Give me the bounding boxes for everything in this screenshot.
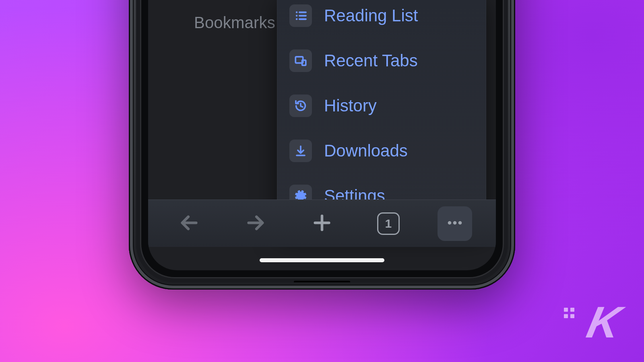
arrow-right-icon (245, 212, 266, 235)
plus-icon (312, 212, 332, 235)
svg-point-2 (296, 15, 298, 17)
menu-item-label: Recent Tabs (324, 51, 418, 70)
arrow-left-icon (179, 212, 200, 235)
reading-list-icon (289, 4, 312, 27)
svg-point-0 (296, 11, 298, 13)
menu-item-label: Reading List (324, 6, 418, 25)
tab-count-badge: 1 (377, 212, 400, 235)
phone-frame-inner: Bookmarks Read Reading List Recent Tabs (136, 0, 508, 282)
menu-item-label: Downloads (324, 141, 408, 160)
tab-switcher-button[interactable]: 1 (371, 206, 406, 241)
menu-item-history[interactable]: History (277, 83, 486, 128)
watermark: K (564, 304, 620, 340)
downloads-icon (289, 140, 312, 162)
menu-item-reading-list[interactable]: Reading List (277, 0, 486, 38)
back-button[interactable] (172, 206, 206, 241)
svg-point-14 (448, 221, 451, 224)
watermark-letter: K (584, 304, 623, 340)
overflow-menu-button[interactable] (438, 206, 472, 241)
svg-point-4 (296, 18, 298, 20)
svg-point-16 (458, 221, 462, 224)
svg-rect-7 (302, 60, 306, 66)
recent-tabs-icon (289, 49, 312, 72)
watermark-dots-icon (564, 308, 582, 326)
phone-device: Bookmarks Read Reading List Recent Tabs (129, 0, 515, 290)
phone-screen: Bookmarks Read Reading List Recent Tabs (148, 0, 496, 270)
home-indicator[interactable] (260, 258, 384, 262)
tab-bookmarks-label: Bookmarks (194, 14, 275, 32)
menu-item-downloads[interactable]: Downloads (277, 128, 486, 173)
forward-button[interactable] (238, 206, 273, 241)
history-icon (289, 95, 312, 117)
menu-item-recent-tabs[interactable]: Recent Tabs (277, 38, 486, 83)
menu-item-label: History (324, 96, 377, 115)
mic-grille (294, 281, 350, 282)
overflow-menu: Reading List Recent Tabs History (277, 0, 486, 228)
svg-point-15 (453, 221, 456, 224)
bottom-toolbar: 1 (148, 200, 496, 247)
more-horizontal-icon (444, 212, 465, 235)
new-tab-button[interactable] (305, 206, 339, 241)
